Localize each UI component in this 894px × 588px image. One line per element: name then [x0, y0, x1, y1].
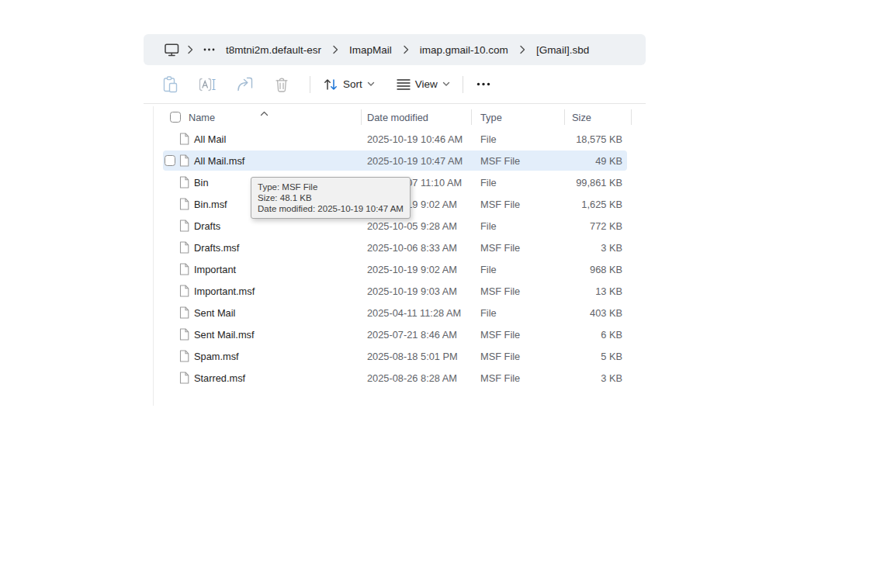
- file-icon: [179, 241, 189, 254]
- file-explorer-window: t8mtni2m.default-esr ImapMail imap.gmail…: [144, 34, 646, 389]
- file-row[interactable]: Important.msf2025-10-19 9:03 AMMSF File1…: [144, 280, 646, 302]
- file-name: Bin.msf: [194, 199, 227, 210]
- tooltip-size-line: Size: 48.1 KB: [258, 192, 404, 203]
- file-rows: All Mail2025-10-19 10:46 AMFile18,575 KB…: [144, 128, 646, 389]
- file-row[interactable]: All Mail.msf2025-10-19 10:47 AMMSF File4…: [144, 150, 646, 171]
- file-date-modified: 2025-10-06 8:33 AM: [367, 242, 457, 254]
- column-header-name[interactable]: Name: [189, 112, 215, 123]
- file-size: 6 KB: [547, 329, 622, 341]
- file-size: 403 KB: [547, 307, 622, 319]
- tooltip-type-line: Type: MSF File: [258, 182, 404, 192]
- sort-button-label: Sort: [343, 78, 362, 90]
- share-button[interactable]: [229, 71, 260, 98]
- file-row[interactable]: Starred.msf2025-08-26 8:28 AMMSF File3 K…: [144, 367, 646, 389]
- see-more-button[interactable]: [470, 71, 497, 98]
- rename-icon: [199, 77, 217, 92]
- file-name: All Mail.msf: [194, 155, 244, 167]
- file-name: Spam.msf: [194, 351, 239, 362]
- file-row[interactable]: Drafts.msf2025-10-06 8:33 AMMSF File3 KB: [144, 237, 646, 258]
- file-date-modified: 2025-10-19 9:02 AM: [367, 264, 457, 275]
- file-row[interactable]: All Mail2025-10-19 10:46 AMFile18,575 KB: [144, 128, 646, 150]
- file-row[interactable]: Important2025-10-19 9:02 AMFile968 KB: [144, 258, 646, 280]
- file-size: 772 KB: [547, 220, 622, 232]
- file-icon: [179, 328, 189, 341]
- breadcrumb-item-gmail-sbd[interactable]: [Gmail].sbd: [530, 39, 595, 61]
- chevron-right-icon: [332, 45, 338, 54]
- row-checkbox[interactable]: [165, 155, 175, 166]
- file-name: Starred.msf: [194, 372, 245, 384]
- column-divider[interactable]: [631, 109, 632, 125]
- file-date-modified: 2025-08-26 8:28 AM: [367, 372, 457, 384]
- file-size: 3 KB: [547, 372, 622, 384]
- file-type: MSF File: [480, 329, 520, 341]
- file-date-modified: 2025-10-05 9:28 AM: [367, 220, 457, 232]
- file-type: MSF File: [480, 242, 520, 254]
- file-icon: [179, 198, 189, 210]
- toolbar-divider: [463, 76, 463, 93]
- file-icon: [179, 263, 189, 275]
- file-type: MSF File: [480, 372, 520, 384]
- file-size: 968 KB: [547, 264, 622, 275]
- delete-button[interactable]: [266, 71, 297, 98]
- file-icon: [179, 133, 189, 145]
- paste-icon: [163, 76, 178, 93]
- file-name: All Mail: [194, 133, 226, 145]
- file-list: Name Date modified Type Size All Mail202…: [144, 106, 646, 389]
- view-button-label: View: [415, 78, 438, 90]
- breadcrumb-item-profile[interactable]: t8mtni2m.default-esr: [220, 39, 327, 61]
- command-toolbar: Sort View: [144, 65, 646, 104]
- file-date-modified: 2025-07-21 8:46 AM: [367, 329, 457, 341]
- rename-button[interactable]: [192, 71, 223, 98]
- sort-button[interactable]: Sort: [317, 71, 381, 98]
- file-date-modified: 2025-10-19 10:46 AM: [367, 133, 463, 145]
- paste-button[interactable]: [154, 71, 185, 98]
- file-row[interactable]: Sent Mail.msf2025-07-21 8:46 AMMSF File6…: [144, 323, 646, 345]
- sort-icon: [323, 78, 338, 92]
- file-type: MSF File: [480, 351, 520, 362]
- column-header-date-modified[interactable]: Date modified: [367, 112, 428, 123]
- file-size: 3 KB: [547, 242, 622, 254]
- select-all-checkbox[interactable]: [170, 112, 181, 123]
- chevron-down-icon: [367, 81, 375, 87]
- file-type: MSF File: [480, 285, 520, 297]
- file-size: 5 KB: [547, 351, 622, 362]
- file-icon: [179, 176, 189, 189]
- file-row[interactable]: Spam.msf2025-08-18 5:01 PMMSF File5 KB: [144, 345, 646, 367]
- file-icon: [179, 220, 189, 232]
- breadcrumb-overflow-button[interactable]: [198, 39, 220, 61]
- file-type: MSF File: [480, 155, 520, 167]
- file-date-modified: 2025-10-19 10:47 AM: [367, 155, 463, 167]
- file-name: Sent Mail: [194, 307, 235, 319]
- file-type: MSF File: [480, 199, 520, 210]
- breadcrumb-item-imapmail[interactable]: ImapMail: [343, 39, 398, 61]
- file-date-modified: 2025-08-18 5:01 PM: [367, 351, 458, 362]
- file-icon: [179, 350, 189, 362]
- share-icon: [236, 77, 253, 92]
- breadcrumb-item-server[interactable]: imap.gmail-10.com: [414, 39, 515, 61]
- file-size: 99,861 KB: [547, 177, 622, 189]
- column-divider[interactable]: [564, 109, 565, 125]
- monitor-icon: [165, 43, 179, 57]
- file-row[interactable]: Sent Mail2025-04-11 11:28 AMFile403 KB: [144, 302, 646, 323]
- see-more-ellipsis-icon: [476, 82, 490, 86]
- desktop-background: t8mtni2m.default-esr ImapMail imap.gmail…: [0, 0, 894, 588]
- file-type: File: [480, 177, 497, 189]
- column-divider[interactable]: [471, 109, 472, 125]
- chevron-down-icon: [442, 81, 450, 87]
- file-name: Sent Mail.msf: [194, 329, 255, 341]
- file-name: Important: [194, 264, 236, 275]
- file-type: File: [480, 133, 497, 145]
- column-header-size[interactable]: Size: [572, 112, 591, 123]
- chevron-right-icon: [519, 45, 525, 54]
- column-header-type[interactable]: Type: [480, 112, 502, 123]
- column-divider[interactable]: [361, 109, 362, 125]
- file-info-tooltip: Type: MSF File Size: 48.1 KB Date modifi…: [251, 177, 411, 219]
- view-icon: [397, 78, 411, 91]
- file-size: 18,575 KB: [547, 133, 622, 145]
- this-pc-crumb[interactable]: [161, 39, 182, 61]
- file-size: 49 KB: [547, 155, 622, 167]
- file-date-modified: 2025-04-11 11:28 AM: [367, 307, 461, 319]
- view-button[interactable]: View: [390, 71, 456, 98]
- file-icon: [179, 306, 189, 319]
- toolbar-divider: [310, 76, 310, 93]
